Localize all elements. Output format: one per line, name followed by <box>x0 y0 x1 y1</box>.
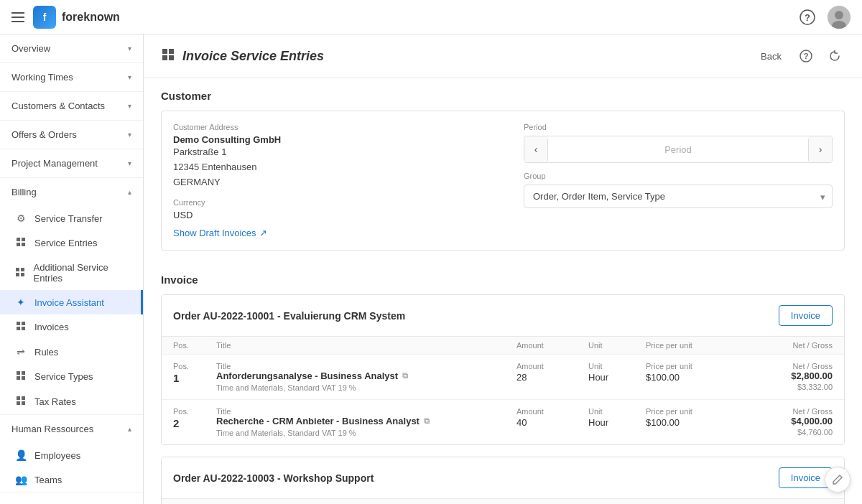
sidebar-section-overview: Overview ▾ <box>0 34 143 63</box>
customer-info: Customer Address Demo Consulting GmbH Pa… <box>173 123 495 238</box>
sidebar-item-service-entries[interactable]: Service Entries <box>0 230 143 256</box>
group-select[interactable]: Order, Order Item, Service Type Order, S… <box>524 185 833 208</box>
customer-city: 12345 Entenhausen <box>173 160 495 175</box>
netgross-col-label: Net / Gross <box>732 407 833 416</box>
sidebar-item-teams[interactable]: 👥 Teams <box>0 467 143 492</box>
svg-rect-14 <box>22 322 25 325</box>
col-netgross-label: Net / Gross <box>732 341 833 350</box>
edit-fab[interactable] <box>825 467 851 493</box>
customer-street: Parkstraße 1 <box>173 145 495 160</box>
svg-rect-10 <box>21 268 24 271</box>
service-types-icon <box>14 370 27 383</box>
hamburger-menu[interactable] <box>11 12 24 22</box>
svg-rect-22 <box>22 396 25 400</box>
back-button[interactable]: Back <box>755 48 787 65</box>
sidebar-header-hr[interactable]: Human Ressources ▴ <box>0 415 143 443</box>
entry-subtitle: Time and Materials, Standard VAT 19 % <box>216 429 516 437</box>
sidebar-item-label: Service Transfer <box>34 213 103 224</box>
entry-net: $2,800.00 <box>732 370 833 381</box>
entry-table-1: Pos. Title Amount Unit Price per unit Ne… <box>162 337 844 444</box>
header-actions: Back ? <box>755 46 845 66</box>
sidebar-item-rules[interactable]: ⇌ Rules <box>0 340 143 364</box>
unit-col-label: Unit <box>588 362 646 370</box>
order-header-2: Order AU-2022-10003 - Workshop Support I… <box>162 457 844 499</box>
sidebar-item-invoices[interactable]: Invoices <box>0 314 143 340</box>
order-block-2: Order AU-2022-10003 - Workshop Support I… <box>161 457 845 504</box>
svg-rect-7 <box>17 243 20 246</box>
netgross-col-label: Net / Gross <box>732 362 833 370</box>
sidebar-item-label: Teams <box>34 475 62 485</box>
entry-title: Recherche - CRM Anbieter - Business Anal… <box>216 416 516 426</box>
sidebar-section-offers: Offers & Orders ▾ <box>0 121 143 149</box>
entry-subtitle: Time and Materials, Standard VAT 19 % <box>216 383 516 392</box>
pos-label: Pos. <box>173 362 216 370</box>
customer-card: Customer Address Demo Consulting GmbH Pa… <box>161 111 845 251</box>
service-entries-icon <box>14 237 27 249</box>
show-draft-invoices-link[interactable]: Show Draft Invoices ↗ <box>173 228 267 238</box>
sidebar-header-customers[interactable]: Customers & Contacts ▾ <box>0 92 143 120</box>
chevron-up-icon: ▴ <box>128 188 131 196</box>
brand-name: foreknown <box>62 11 120 24</box>
sidebar-section-customers: Customers & Contacts ▾ <box>0 92 143 121</box>
sidebar-item-tax-rates[interactable]: Tax Rates <box>0 389 143 414</box>
sidebar-item-additional-service-entries[interactable]: Additional Service Entries <box>0 256 143 290</box>
entry-gross: $3,332.00 <box>732 383 833 391</box>
svg-rect-13 <box>17 322 20 325</box>
sidebar-section-label: Human Ressources <box>11 424 93 434</box>
period-prev-button[interactable]: ‹ <box>524 136 547 162</box>
entry-net: $4,000.00 <box>732 416 833 426</box>
entry-table-2: Pos. Title Amount Unit Price per unit Ne… <box>162 499 844 504</box>
svg-rect-9 <box>16 268 19 271</box>
title-col-label: Title <box>216 362 516 370</box>
entry-pos: 2 <box>173 417 216 429</box>
customer-country: GERMANY <box>173 175 495 190</box>
amount-col-label: Amount <box>516 407 588 416</box>
col-pos-label: Pos. <box>173 341 216 350</box>
svg-rect-21 <box>17 396 20 400</box>
sidebar-item-service-types[interactable]: Service Types <box>0 364 143 389</box>
entry-gross: $4,760.00 <box>732 428 833 437</box>
invoice-button-1[interactable]: Invoice <box>779 305 833 326</box>
copy-icon[interactable]: ⧉ <box>424 416 430 426</box>
help-icon[interactable]: ? <box>796 6 819 29</box>
sidebar-item-service-transfer[interactable]: ⚙ Service Transfer <box>0 206 143 230</box>
help-button[interactable]: ? <box>796 46 816 66</box>
chevron-down-icon: ▾ <box>128 45 131 52</box>
svg-text:?: ? <box>805 11 810 22</box>
svg-rect-26 <box>169 49 174 54</box>
layout: Overview ▾ Working Times ▾ Customers & C… <box>0 34 862 504</box>
svg-text:?: ? <box>804 52 809 60</box>
sidebar-header-overview[interactable]: Overview ▾ <box>0 34 143 62</box>
refresh-button[interactable] <box>825 46 845 66</box>
sidebar-section-label: Billing <box>11 187 37 197</box>
sidebar-header-projects[interactable]: Project Management ▾ <box>0 149 143 177</box>
period-input: ‹ Period › <box>524 136 833 163</box>
order-block-1: Order AU-2022-10001 - Evaluierung CRM Sy… <box>161 294 845 445</box>
copy-icon[interactable]: ⧉ <box>402 371 408 381</box>
sidebar-header-billing[interactable]: Billing ▴ <box>0 178 143 206</box>
svg-rect-15 <box>17 327 20 330</box>
chevron-down-icon: ▾ <box>128 73 131 81</box>
sidebar-header-offers[interactable]: Offers & Orders ▾ <box>0 121 143 149</box>
entry-pos: 1 <box>173 372 216 384</box>
chevron-down-icon: ▾ <box>128 159 131 167</box>
avatar[interactable] <box>828 6 851 29</box>
sidebar-item-employees[interactable]: 👤 Employees <box>0 443 143 467</box>
currency-section: Currency USD <box>173 198 495 220</box>
sidebar-section-projects: Project Management ▾ <box>0 149 143 178</box>
svg-rect-20 <box>22 376 25 380</box>
svg-rect-28 <box>169 55 174 60</box>
pos-label: Pos. <box>173 407 216 416</box>
sidebar-section-billing: Billing ▴ ⚙ Service Transfer Service Ent… <box>0 178 143 415</box>
sidebar-section-label: Working Times <box>11 72 73 83</box>
period-next-button[interactable]: › <box>809 136 832 162</box>
sidebar-item-invoice-assistant[interactable]: ✦ Invoice Assistant <box>0 290 143 314</box>
svg-rect-5 <box>17 238 20 241</box>
entry-title: Anforderungsanalyse - Business Analyst ⧉ <box>216 370 516 381</box>
price-col-label: Price per unit <box>646 362 732 370</box>
sidebar-item-label: Employees <box>34 450 80 461</box>
sidebar-item-label: Invoice Assistant <box>34 297 104 308</box>
amount-col-label: Amount <box>516 362 588 370</box>
svg-rect-12 <box>21 273 24 276</box>
sidebar-header-working-times[interactable]: Working Times ▾ <box>0 63 143 91</box>
